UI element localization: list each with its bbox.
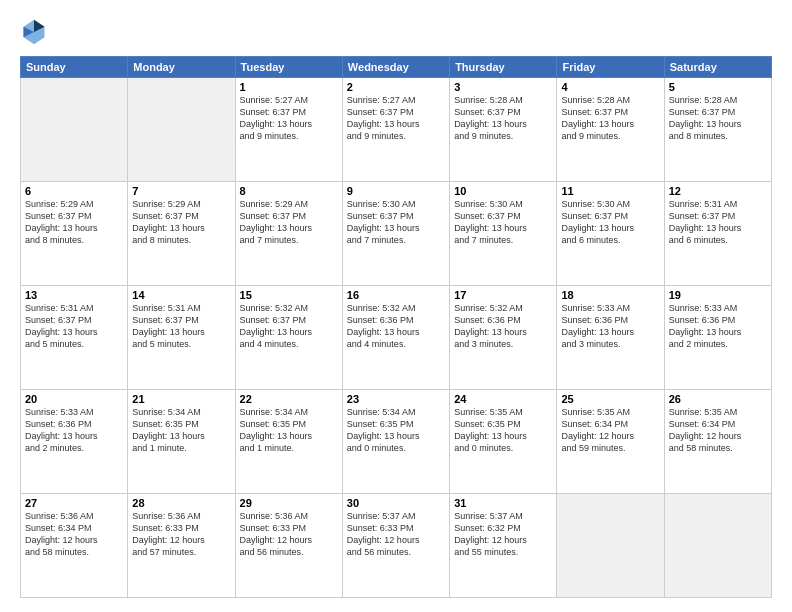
- calendar-cell: 7Sunrise: 5:29 AM Sunset: 6:37 PM Daylig…: [128, 182, 235, 286]
- calendar-cell: 15Sunrise: 5:32 AM Sunset: 6:37 PM Dayli…: [235, 286, 342, 390]
- day-number: 18: [561, 289, 659, 301]
- calendar-cell: 22Sunrise: 5:34 AM Sunset: 6:35 PM Dayli…: [235, 390, 342, 494]
- calendar-cell: 24Sunrise: 5:35 AM Sunset: 6:35 PM Dayli…: [450, 390, 557, 494]
- calendar-cell: 20Sunrise: 5:33 AM Sunset: 6:36 PM Dayli…: [21, 390, 128, 494]
- day-number: 15: [240, 289, 338, 301]
- calendar-cell: 29Sunrise: 5:36 AM Sunset: 6:33 PM Dayli…: [235, 494, 342, 598]
- week-row-3: 13Sunrise: 5:31 AM Sunset: 6:37 PM Dayli…: [21, 286, 772, 390]
- page: SundayMondayTuesdayWednesdayThursdayFrid…: [0, 0, 792, 612]
- calendar-cell: 27Sunrise: 5:36 AM Sunset: 6:34 PM Dayli…: [21, 494, 128, 598]
- day-number: 27: [25, 497, 123, 509]
- calendar-cell: 10Sunrise: 5:30 AM Sunset: 6:37 PM Dayli…: [450, 182, 557, 286]
- calendar-cell: 13Sunrise: 5:31 AM Sunset: 6:37 PM Dayli…: [21, 286, 128, 390]
- day-detail: Sunrise: 5:29 AM Sunset: 6:37 PM Dayligh…: [25, 198, 123, 247]
- day-number: 30: [347, 497, 445, 509]
- day-number: 26: [669, 393, 767, 405]
- day-number: 16: [347, 289, 445, 301]
- calendar-table: SundayMondayTuesdayWednesdayThursdayFrid…: [20, 56, 772, 598]
- day-number: 8: [240, 185, 338, 197]
- day-number: 9: [347, 185, 445, 197]
- week-row-4: 20Sunrise: 5:33 AM Sunset: 6:36 PM Dayli…: [21, 390, 772, 494]
- calendar-cell: 4Sunrise: 5:28 AM Sunset: 6:37 PM Daylig…: [557, 78, 664, 182]
- day-number: 31: [454, 497, 552, 509]
- day-detail: Sunrise: 5:33 AM Sunset: 6:36 PM Dayligh…: [25, 406, 123, 455]
- calendar-cell: 3Sunrise: 5:28 AM Sunset: 6:37 PM Daylig…: [450, 78, 557, 182]
- day-number: 21: [132, 393, 230, 405]
- day-detail: Sunrise: 5:30 AM Sunset: 6:37 PM Dayligh…: [454, 198, 552, 247]
- day-number: 23: [347, 393, 445, 405]
- day-detail: Sunrise: 5:36 AM Sunset: 6:34 PM Dayligh…: [25, 510, 123, 559]
- day-detail: Sunrise: 5:36 AM Sunset: 6:33 PM Dayligh…: [132, 510, 230, 559]
- calendar-cell: 25Sunrise: 5:35 AM Sunset: 6:34 PM Dayli…: [557, 390, 664, 494]
- day-detail: Sunrise: 5:29 AM Sunset: 6:37 PM Dayligh…: [240, 198, 338, 247]
- day-number: 1: [240, 81, 338, 93]
- day-number: 4: [561, 81, 659, 93]
- week-row-2: 6Sunrise: 5:29 AM Sunset: 6:37 PM Daylig…: [21, 182, 772, 286]
- day-detail: Sunrise: 5:33 AM Sunset: 6:36 PM Dayligh…: [561, 302, 659, 351]
- calendar-cell: 21Sunrise: 5:34 AM Sunset: 6:35 PM Dayli…: [128, 390, 235, 494]
- calendar-cell: 31Sunrise: 5:37 AM Sunset: 6:32 PM Dayli…: [450, 494, 557, 598]
- day-detail: Sunrise: 5:34 AM Sunset: 6:35 PM Dayligh…: [347, 406, 445, 455]
- day-detail: Sunrise: 5:31 AM Sunset: 6:37 PM Dayligh…: [25, 302, 123, 351]
- day-detail: Sunrise: 5:27 AM Sunset: 6:37 PM Dayligh…: [347, 94, 445, 143]
- calendar-cell: 1Sunrise: 5:27 AM Sunset: 6:37 PM Daylig…: [235, 78, 342, 182]
- calendar-cell: 12Sunrise: 5:31 AM Sunset: 6:37 PM Dayli…: [664, 182, 771, 286]
- logo-icon: [20, 18, 48, 46]
- calendar-cell: 14Sunrise: 5:31 AM Sunset: 6:37 PM Dayli…: [128, 286, 235, 390]
- day-number: 10: [454, 185, 552, 197]
- day-number: 13: [25, 289, 123, 301]
- calendar-cell: [128, 78, 235, 182]
- calendar-cell: 16Sunrise: 5:32 AM Sunset: 6:36 PM Dayli…: [342, 286, 449, 390]
- calendar-cell: 30Sunrise: 5:37 AM Sunset: 6:33 PM Dayli…: [342, 494, 449, 598]
- day-detail: Sunrise: 5:35 AM Sunset: 6:34 PM Dayligh…: [561, 406, 659, 455]
- day-detail: Sunrise: 5:31 AM Sunset: 6:37 PM Dayligh…: [132, 302, 230, 351]
- day-number: 17: [454, 289, 552, 301]
- weekday-header-thursday: Thursday: [450, 57, 557, 78]
- day-number: 6: [25, 185, 123, 197]
- calendar-cell: 23Sunrise: 5:34 AM Sunset: 6:35 PM Dayli…: [342, 390, 449, 494]
- day-number: 24: [454, 393, 552, 405]
- day-number: 12: [669, 185, 767, 197]
- day-detail: Sunrise: 5:37 AM Sunset: 6:33 PM Dayligh…: [347, 510, 445, 559]
- day-detail: Sunrise: 5:28 AM Sunset: 6:37 PM Dayligh…: [561, 94, 659, 143]
- calendar-cell: [21, 78, 128, 182]
- day-number: 7: [132, 185, 230, 197]
- weekday-header-wednesday: Wednesday: [342, 57, 449, 78]
- day-number: 28: [132, 497, 230, 509]
- header: [20, 18, 772, 46]
- day-detail: Sunrise: 5:34 AM Sunset: 6:35 PM Dayligh…: [240, 406, 338, 455]
- calendar-cell: [664, 494, 771, 598]
- day-number: 20: [25, 393, 123, 405]
- day-detail: Sunrise: 5:28 AM Sunset: 6:37 PM Dayligh…: [454, 94, 552, 143]
- weekday-header-saturday: Saturday: [664, 57, 771, 78]
- day-detail: Sunrise: 5:33 AM Sunset: 6:36 PM Dayligh…: [669, 302, 767, 351]
- calendar-cell: 19Sunrise: 5:33 AM Sunset: 6:36 PM Dayli…: [664, 286, 771, 390]
- day-number: 5: [669, 81, 767, 93]
- day-number: 19: [669, 289, 767, 301]
- calendar-cell: 5Sunrise: 5:28 AM Sunset: 6:37 PM Daylig…: [664, 78, 771, 182]
- day-detail: Sunrise: 5:36 AM Sunset: 6:33 PM Dayligh…: [240, 510, 338, 559]
- day-detail: Sunrise: 5:30 AM Sunset: 6:37 PM Dayligh…: [347, 198, 445, 247]
- day-detail: Sunrise: 5:27 AM Sunset: 6:37 PM Dayligh…: [240, 94, 338, 143]
- day-detail: Sunrise: 5:29 AM Sunset: 6:37 PM Dayligh…: [132, 198, 230, 247]
- day-number: 11: [561, 185, 659, 197]
- weekday-header-tuesday: Tuesday: [235, 57, 342, 78]
- calendar-cell: 8Sunrise: 5:29 AM Sunset: 6:37 PM Daylig…: [235, 182, 342, 286]
- calendar-cell: 17Sunrise: 5:32 AM Sunset: 6:36 PM Dayli…: [450, 286, 557, 390]
- week-row-5: 27Sunrise: 5:36 AM Sunset: 6:34 PM Dayli…: [21, 494, 772, 598]
- calendar-cell: 11Sunrise: 5:30 AM Sunset: 6:37 PM Dayli…: [557, 182, 664, 286]
- day-detail: Sunrise: 5:28 AM Sunset: 6:37 PM Dayligh…: [669, 94, 767, 143]
- calendar-cell: 9Sunrise: 5:30 AM Sunset: 6:37 PM Daylig…: [342, 182, 449, 286]
- weekday-header-monday: Monday: [128, 57, 235, 78]
- day-detail: Sunrise: 5:35 AM Sunset: 6:34 PM Dayligh…: [669, 406, 767, 455]
- calendar-cell: 26Sunrise: 5:35 AM Sunset: 6:34 PM Dayli…: [664, 390, 771, 494]
- day-number: 29: [240, 497, 338, 509]
- weekday-header-friday: Friday: [557, 57, 664, 78]
- weekday-header-row: SundayMondayTuesdayWednesdayThursdayFrid…: [21, 57, 772, 78]
- calendar-cell: 18Sunrise: 5:33 AM Sunset: 6:36 PM Dayli…: [557, 286, 664, 390]
- day-detail: Sunrise: 5:35 AM Sunset: 6:35 PM Dayligh…: [454, 406, 552, 455]
- day-detail: Sunrise: 5:37 AM Sunset: 6:32 PM Dayligh…: [454, 510, 552, 559]
- day-number: 2: [347, 81, 445, 93]
- day-detail: Sunrise: 5:32 AM Sunset: 6:37 PM Dayligh…: [240, 302, 338, 351]
- day-detail: Sunrise: 5:34 AM Sunset: 6:35 PM Dayligh…: [132, 406, 230, 455]
